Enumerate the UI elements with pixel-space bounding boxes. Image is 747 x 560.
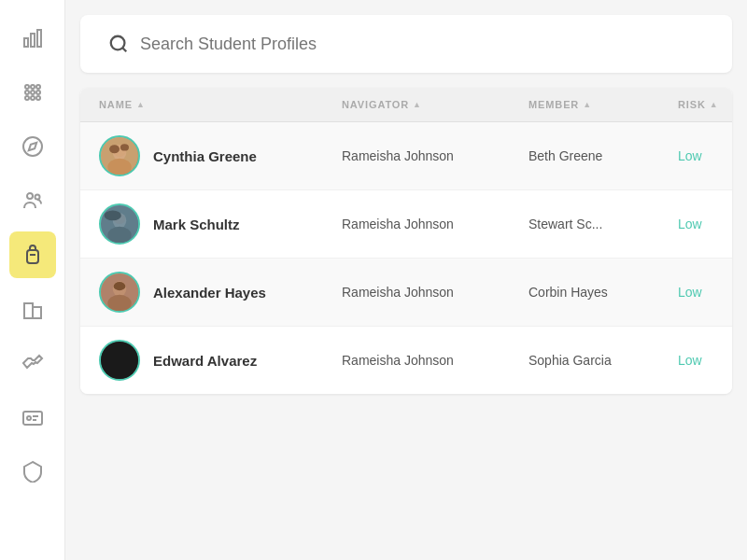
svg-rect-16 (27, 250, 38, 263)
navigator-name: Rameisha Johnson (342, 217, 529, 231)
grid-icon (21, 81, 44, 104)
svg-point-3 (25, 85, 29, 89)
navigator-name: Rameisha Johnson (342, 148, 529, 163)
col-header-name: NAME ▲ (99, 99, 342, 110)
svg-point-38 (101, 342, 138, 379)
svg-point-27 (109, 145, 120, 153)
main-content: NAME ▲ NAVIGATOR ▲ MEMBER ▲ RISK ▲ (65, 0, 747, 560)
member-name: Stewart Sc... (529, 217, 678, 231)
svg-rect-17 (24, 303, 33, 318)
table-row[interactable]: Edward Alvarez Rameisha Johnson Sophia G… (80, 327, 732, 394)
svg-point-25 (107, 159, 131, 175)
student-name-cell: Mark Schultz (99, 203, 342, 245)
sidebar-item-dashboard[interactable] (9, 69, 56, 116)
handshake-icon (21, 352, 44, 374)
risk-badge: Low (678, 148, 732, 163)
student-name: Alexander Hayes (153, 285, 266, 301)
sort-risk-icon[interactable]: ▲ (710, 100, 719, 109)
svg-point-6 (25, 91, 29, 94)
student-name-cell: Cynthia Greene (99, 135, 342, 176)
svg-point-31 (107, 227, 131, 244)
svg-rect-0 (24, 38, 28, 47)
svg-point-21 (111, 36, 125, 50)
student-name-cell: Edward Alvarez (99, 340, 342, 381)
sidebar-item-explore[interactable] (9, 123, 56, 170)
navigator-name: Rameisha Johnson (342, 353, 529, 368)
svg-point-36 (107, 295, 131, 312)
risk-badge: Low (678, 217, 732, 231)
table-row[interactable]: Cynthia Greene Rameisha Johnson Beth Gre… (80, 122, 732, 190)
svg-point-4 (31, 85, 35, 89)
member-name: Sophia Garcia (529, 353, 678, 368)
svg-point-14 (27, 193, 33, 199)
student-name-cell: Alexander Hayes (99, 272, 342, 313)
svg-point-7 (31, 91, 35, 94)
sort-name-icon[interactable]: ▲ (136, 100, 146, 109)
svg-point-28 (120, 144, 129, 150)
shield-icon (21, 460, 44, 483)
svg-marker-13 (28, 143, 35, 150)
svg-point-37 (114, 282, 126, 290)
svg-point-12 (23, 137, 42, 156)
bar-chart-icon (21, 27, 44, 49)
sidebar (0, 0, 65, 560)
avatar (99, 340, 140, 381)
backpack-icon (21, 244, 44, 266)
student-name: Cynthia Greene (153, 148, 257, 164)
buildings-icon (21, 298, 44, 320)
compass-icon (21, 135, 44, 158)
svg-point-8 (36, 91, 40, 94)
search-input[interactable] (140, 35, 704, 54)
avatar (99, 135, 140, 176)
table-header: NAME ▲ NAVIGATOR ▲ MEMBER ▲ RISK ▲ (80, 88, 732, 122)
svg-point-9 (25, 96, 29, 100)
sidebar-item-students[interactable] (9, 177, 56, 224)
col-header-navigator: NAVIGATOR ▲ (342, 99, 529, 110)
member-name: Corbin Hayes (529, 285, 678, 300)
avatar (99, 272, 140, 313)
table-row[interactable]: Mark Schultz Rameisha Johnson Stewart Sc… (80, 190, 732, 259)
sidebar-item-analytics[interactable] (9, 15, 56, 62)
svg-rect-2 (37, 30, 41, 47)
sidebar-item-id-card[interactable] (9, 394, 56, 441)
student-name: Mark Schultz (153, 217, 240, 232)
student-table: NAME ▲ NAVIGATOR ▲ MEMBER ▲ RISK ▲ (80, 88, 732, 394)
svg-point-11 (36, 96, 40, 100)
svg-point-15 (35, 195, 39, 200)
member-name: Beth Greene (529, 148, 678, 163)
sidebar-item-handshake[interactable] (9, 340, 56, 386)
svg-rect-1 (31, 34, 35, 47)
risk-badge: Low (678, 353, 732, 368)
student-name: Edward Alvarez (153, 353, 257, 369)
navigator-name: Rameisha Johnson (342, 285, 529, 300)
sort-member-icon[interactable]: ▲ (583, 100, 592, 109)
sidebar-item-buildings[interactable] (9, 286, 56, 332)
sidebar-item-shield[interactable] (9, 448, 56, 495)
search-bar (80, 15, 732, 73)
svg-point-33 (105, 210, 121, 220)
svg-point-20 (27, 416, 31, 420)
people-icon (21, 189, 44, 212)
svg-point-10 (31, 96, 35, 100)
svg-line-22 (122, 48, 126, 51)
sidebar-item-backpack[interactable] (9, 231, 56, 278)
id-card-icon (21, 406, 44, 428)
svg-rect-18 (33, 307, 41, 318)
avatar (99, 203, 140, 245)
search-icon (108, 34, 129, 54)
col-header-risk: RISK ▲ (678, 99, 732, 110)
svg-point-5 (36, 85, 40, 89)
risk-badge: Low (678, 285, 732, 300)
col-header-member: MEMBER ▲ (529, 99, 678, 110)
sort-navigator-icon[interactable]: ▲ (413, 100, 422, 109)
table-row[interactable]: Alexander Hayes Rameisha Johnson Corbin … (80, 259, 732, 327)
